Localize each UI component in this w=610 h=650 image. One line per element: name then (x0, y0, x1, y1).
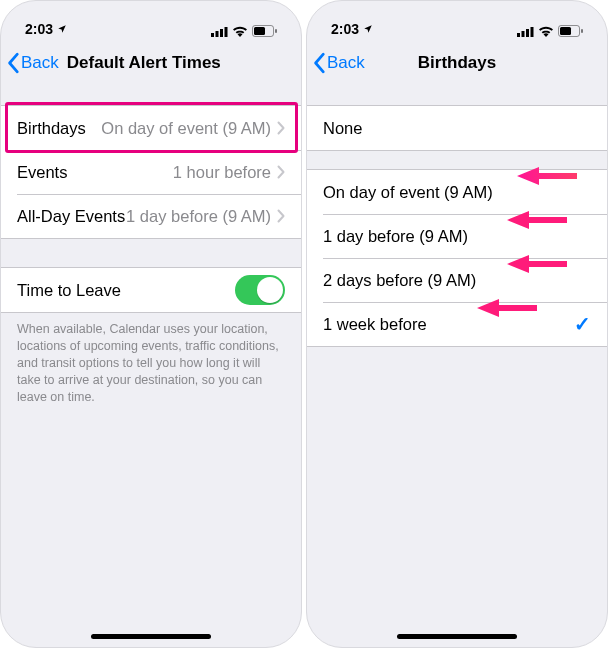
time-to-leave-section: Time to Leave (1, 267, 301, 313)
row-label: Birthdays (17, 119, 86, 138)
cellular-icon (517, 26, 534, 37)
svg-rect-9 (526, 29, 529, 37)
footer-help-text: When available, Calendar uses your locat… (1, 313, 301, 405)
row-label: Events (17, 163, 67, 182)
location-icon (363, 24, 373, 34)
svg-rect-13 (581, 29, 583, 33)
row-allday-events[interactable]: All-Day Events 1 day before (9 AM) (1, 194, 301, 238)
screen-default-alert-times: 2:03 Back Default Alert Times Birthdays … (0, 0, 302, 648)
option-none[interactable]: None (307, 106, 607, 150)
wifi-icon (232, 26, 248, 37)
battery-icon (558, 25, 583, 37)
nav-bar: Back Default Alert Times (1, 41, 301, 85)
svg-rect-10 (531, 27, 534, 37)
option-one-day-before[interactable]: 1 day before (9 AM) (307, 214, 607, 258)
back-label: Back (21, 53, 59, 73)
row-label: All-Day Events (17, 207, 125, 226)
row-value: 1 hour before (67, 163, 277, 182)
svg-rect-8 (522, 31, 525, 37)
svg-rect-2 (220, 29, 223, 37)
option-label: 1 week before (323, 315, 427, 334)
wifi-icon (538, 26, 554, 37)
status-time: 2:03 (25, 21, 53, 37)
svg-rect-5 (254, 27, 265, 35)
option-label: None (323, 119, 362, 138)
option-label: 2 days before (9 AM) (323, 271, 476, 290)
option-one-week-before[interactable]: 1 week before ✓ (307, 302, 607, 346)
options-section: On day of event (9 AM) 1 day before (9 A… (307, 169, 607, 347)
cellular-icon (211, 26, 228, 37)
option-label: On day of event (9 AM) (323, 183, 493, 202)
back-button[interactable]: Back (307, 52, 365, 74)
home-indicator[interactable] (91, 634, 211, 639)
option-on-day[interactable]: On day of event (9 AM) (307, 170, 607, 214)
row-value: 1 day before (9 AM) (125, 207, 277, 226)
row-value: On day of event (9 AM) (86, 119, 277, 138)
page-title: Default Alert Times (67, 53, 221, 73)
nav-bar: Back Birthdays (307, 41, 607, 85)
status-time: 2:03 (331, 21, 359, 37)
back-label: Back (327, 53, 365, 73)
status-bar: 2:03 (1, 1, 301, 41)
option-label: 1 day before (9 AM) (323, 227, 468, 246)
back-button[interactable]: Back (1, 52, 59, 74)
row-time-to-leave[interactable]: Time to Leave (1, 268, 301, 312)
location-icon (57, 24, 67, 34)
svg-rect-7 (517, 33, 520, 37)
chevron-left-icon (7, 52, 21, 74)
svg-rect-0 (211, 33, 214, 37)
status-indicators (211, 25, 277, 37)
chevron-left-icon (313, 52, 327, 74)
status-indicators (517, 25, 583, 37)
checkmark-icon: ✓ (574, 312, 591, 336)
chevron-right-icon (277, 165, 285, 179)
none-section: None (307, 105, 607, 151)
home-indicator[interactable] (397, 634, 517, 639)
time-to-leave-toggle[interactable] (235, 275, 285, 305)
screen-birthdays-options: 2:03 Back Birthdays None On day of e (306, 0, 608, 648)
svg-rect-3 (225, 27, 228, 37)
chevron-right-icon (277, 121, 285, 135)
svg-rect-12 (560, 27, 571, 35)
row-birthdays[interactable]: Birthdays On day of event (9 AM) (1, 106, 301, 150)
status-bar: 2:03 (307, 1, 607, 41)
row-label: Time to Leave (17, 281, 121, 300)
row-events[interactable]: Events 1 hour before (1, 150, 301, 194)
chevron-right-icon (277, 209, 285, 223)
alert-times-section: Birthdays On day of event (9 AM) Events … (1, 105, 301, 239)
svg-rect-6 (275, 29, 277, 33)
svg-rect-1 (216, 31, 219, 37)
battery-icon (252, 25, 277, 37)
option-two-days-before[interactable]: 2 days before (9 AM) (307, 258, 607, 302)
